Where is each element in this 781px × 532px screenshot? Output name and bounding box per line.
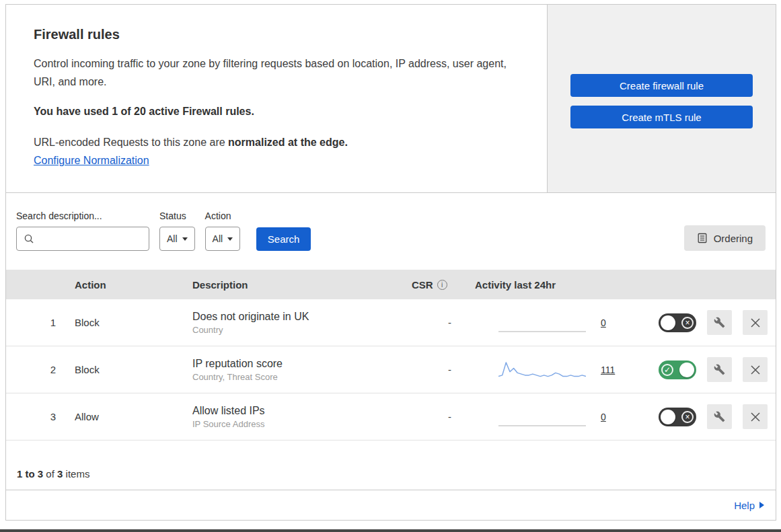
check-icon: ✓ — [661, 364, 673, 376]
edit-rule-button[interactable] — [707, 357, 732, 382]
intro-card: Firewall rules Control incoming traffic … — [6, 5, 548, 192]
x-icon — [751, 412, 760, 422]
delete-rule-button[interactable] — [743, 404, 768, 429]
header-action: Action — [65, 279, 184, 291]
rule-description: Does not originate in UK — [192, 311, 404, 323]
rule-enabled-toggle[interactable]: ✓ — [659, 360, 696, 379]
normalization-bold-text: normalized at the edge. — [228, 137, 348, 148]
rule-filter-fields: Country — [192, 325, 404, 335]
search-input[interactable] — [40, 233, 142, 244]
rule-enabled-toggle[interactable]: × — [659, 408, 696, 426]
action-panel: Create firewall rule Create mTLS rule — [548, 5, 776, 192]
firewall-rules-page: Firewall rules Control incoming traffic … — [0, 0, 781, 532]
rule-filter-fields: Country, Threat Score — [192, 372, 404, 382]
search-box[interactable] — [16, 227, 149, 251]
chevron-down-icon — [182, 237, 188, 241]
rule-index: 2 — [6, 364, 65, 375]
search-icon — [24, 233, 34, 244]
ordering-button-label: Ordering — [714, 233, 753, 244]
rule-controls: × — [633, 310, 776, 335]
rule-controls: × — [633, 404, 776, 429]
rule-description-cell: Allow listed IPs IP Source Address — [184, 405, 404, 429]
info-icon[interactable]: i — [437, 280, 447, 290]
wrench-icon — [714, 411, 725, 422]
usage-summary: You have used 1 of 20 active Firewall ru… — [34, 106, 517, 118]
header-activity: Activity last 24hr — [463, 279, 633, 291]
rule-csr-value: - — [404, 364, 463, 375]
search-field: Search description... — [16, 211, 149, 251]
status-dropdown[interactable]: All — [159, 227, 195, 251]
page-title: Firewall rules — [34, 27, 517, 42]
rule-action: Block — [65, 317, 184, 328]
x-icon — [751, 365, 760, 375]
action-dropdown[interactable]: All — [205, 227, 241, 251]
table-header: Action Description CSR i Activity last 2… — [6, 270, 776, 299]
arrow-right-icon — [759, 502, 764, 508]
action-label: Action — [205, 211, 241, 221]
items-text: items — [63, 468, 89, 480]
header-description: Description — [184, 279, 404, 291]
rule-action: Block — [65, 364, 184, 375]
configure-normalization-link[interactable]: Configure Normalization — [34, 155, 149, 167]
chevron-down-icon — [227, 237, 233, 241]
rules-table: Action Description CSR i Activity last 2… — [6, 270, 776, 441]
edit-rule-button[interactable] — [707, 310, 732, 335]
help-bar: Help — [6, 490, 776, 520]
rule-description: Allow listed IPs — [192, 405, 404, 417]
page-description: Control incoming traffic to your zone by… — [34, 54, 517, 91]
activity-count-link[interactable]: 111 — [601, 365, 615, 375]
header-csr: CSR i — [404, 279, 463, 291]
x-icon: × — [681, 411, 694, 423]
toggle-knob — [661, 315, 675, 330]
rule-enabled-toggle[interactable]: × — [659, 313, 696, 332]
normalization-text: URL-encoded Requests to this zone are — [34, 137, 228, 148]
of-text: of — [43, 468, 57, 480]
edit-rule-button[interactable] — [707, 404, 732, 429]
ordering-list-icon — [697, 233, 708, 243]
rule-action: Allow — [65, 411, 184, 422]
window-bottom-edge — [0, 529, 781, 532]
rule-activity-cell: 0 — [463, 406, 633, 428]
toggle-knob — [679, 363, 694, 377]
status-field: Status All — [159, 211, 195, 251]
delete-rule-button[interactable] — [743, 310, 768, 335]
search-button[interactable]: Search — [256, 227, 311, 251]
x-icon: × — [681, 317, 694, 329]
intro-section: Firewall rules Control incoming traffic … — [6, 5, 776, 193]
page-container: Firewall rules Control incoming traffic … — [5, 4, 776, 521]
help-link[interactable]: Help — [734, 500, 764, 511]
rule-csr-value: - — [404, 317, 463, 328]
status-label: Status — [159, 211, 195, 221]
action-field: Action All — [205, 211, 241, 251]
create-firewall-rule-button[interactable]: Create firewall rule — [570, 74, 753, 97]
action-dropdown-value: All — [213, 233, 223, 244]
rule-index: 1 — [6, 317, 65, 328]
rule-activity-cell: 0 — [463, 311, 633, 334]
items-range: 1 to 3 — [17, 468, 43, 480]
rule-controls: ✓ — [633, 357, 776, 382]
activity-sparkline — [498, 358, 586, 381]
search-label: Search description... — [16, 211, 149, 221]
table-row: 3 Allow Allow listed IPs IP Source Addre… — [6, 393, 776, 441]
wrench-icon — [714, 364, 725, 375]
wrench-icon — [714, 317, 725, 328]
x-icon — [751, 318, 760, 328]
filter-bar: Search description... Status All Action … — [6, 193, 776, 270]
rule-description-cell: IP reputation score Country, Threat Scor… — [184, 358, 404, 382]
rule-index: 3 — [6, 411, 65, 422]
table-row: 1 Block Does not originate in UK Country… — [6, 299, 776, 346]
toggle-knob — [661, 410, 675, 424]
rule-activity-cell: 111 — [463, 358, 633, 381]
activity-count-link[interactable]: 0 — [601, 317, 606, 328]
rule-filter-fields: IP Source Address — [192, 419, 404, 429]
delete-rule-button[interactable] — [743, 357, 768, 382]
rule-description-cell: Does not originate in UK Country — [184, 311, 404, 335]
status-dropdown-value: All — [167, 233, 178, 244]
help-link-label: Help — [734, 500, 755, 511]
activity-count-link[interactable]: 0 — [601, 412, 606, 422]
ordering-button[interactable]: Ordering — [684, 225, 766, 251]
create-mtls-rule-button[interactable]: Create mTLS rule — [570, 106, 753, 128]
activity-sparkline — [498, 311, 586, 334]
rule-csr-value: - — [404, 411, 463, 422]
table-row: 2 Block IP reputation score Country, Thr… — [6, 346, 776, 393]
